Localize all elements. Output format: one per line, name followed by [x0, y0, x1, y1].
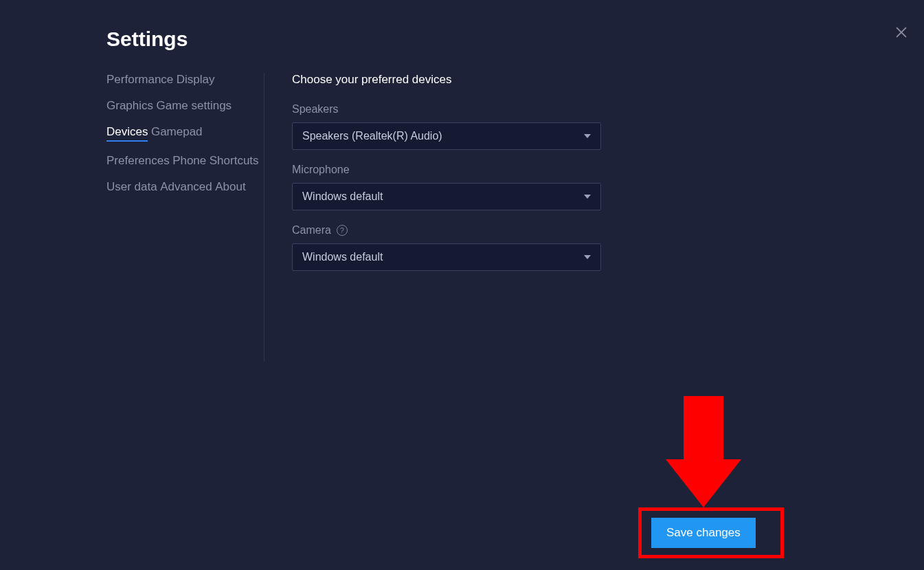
- sidebar-item-graphics[interactable]: Graphics: [106, 99, 153, 113]
- help-icon[interactable]: ?: [337, 225, 348, 236]
- chevron-down-icon: [584, 255, 591, 259]
- sidebar-item-game-settings[interactable]: Game settings: [156, 99, 232, 113]
- camera-select[interactable]: Windows default: [292, 243, 601, 271]
- chevron-down-icon: [584, 134, 591, 138]
- camera-label: Camera: [292, 224, 331, 237]
- microphone-label: Microphone: [292, 164, 759, 176]
- sidebar-item-phone[interactable]: Phone: [172, 154, 206, 168]
- sidebar-item-about[interactable]: About: [215, 180, 245, 194]
- microphone-select[interactable]: Windows default: [292, 183, 601, 210]
- chevron-down-icon: [584, 195, 591, 199]
- sidebar-item-display[interactable]: Display: [177, 73, 215, 87]
- sidebar-item-preferences[interactable]: Preferences: [106, 154, 170, 168]
- sidebar-item-user-data[interactable]: User data: [106, 180, 157, 194]
- save-button[interactable]: Save changes: [651, 518, 756, 548]
- speakers-value: Speakers (Realtek(R) Audio): [302, 130, 442, 142]
- sidebar-item-shortcuts[interactable]: Shortcuts: [210, 154, 259, 168]
- settings-sidebar: Performance Display Graphics Game settin…: [106, 73, 264, 362]
- camera-field: Camera ? Windows default: [292, 224, 759, 271]
- sidebar-item-gamepad[interactable]: Gamepad: [151, 125, 203, 139]
- sidebar-item-devices[interactable]: Devices: [106, 125, 148, 142]
- speakers-select[interactable]: Speakers (Realtek(R) Audio): [292, 122, 601, 150]
- speakers-field: Speakers Speakers (Realtek(R) Audio): [292, 103, 759, 150]
- section-heading: Choose your preferred devices: [292, 73, 759, 87]
- camera-value: Windows default: [302, 251, 383, 263]
- page-title: Settings: [106, 28, 924, 51]
- microphone-value: Windows default: [302, 190, 383, 203]
- sidebar-item-advanced[interactable]: Advanced: [160, 180, 212, 194]
- microphone-field: Microphone Windows default: [292, 164, 759, 210]
- devices-panel: Choose your preferred devices Speakers S…: [264, 73, 759, 285]
- close-button[interactable]: [894, 25, 909, 40]
- speakers-label: Speakers: [292, 103, 759, 116]
- annotation-arrow-icon: [684, 396, 723, 507]
- sidebar-item-performance[interactable]: Performance: [106, 73, 173, 87]
